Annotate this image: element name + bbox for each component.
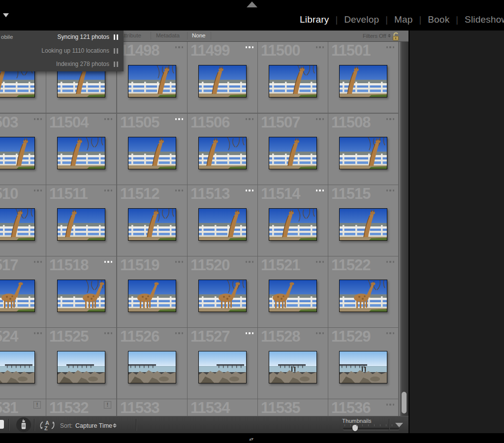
top-panel-reveal-icon[interactable] xyxy=(247,1,257,7)
grid-cell-11524[interactable]: 11524 xyxy=(0,328,47,400)
grid-cell-11529[interactable]: 11529 xyxy=(328,328,399,400)
grid-cell-11505[interactable]: 11505 xyxy=(117,114,188,186)
photo-index-number: 11514 xyxy=(261,185,300,203)
photo-thumbnail[interactable] xyxy=(339,65,387,97)
grid-cell-11513[interactable]: 11513 xyxy=(188,185,258,257)
grid-scrollbar[interactable] xyxy=(400,41,409,416)
photo-thumbnail[interactable] xyxy=(0,137,35,169)
grid-cell-11517[interactable]: 11517 xyxy=(0,256,47,328)
photo-thumbnail[interactable] xyxy=(269,280,317,312)
grid-cell-11499[interactable]: 11499 xyxy=(188,42,258,114)
grid-cell-11511[interactable]: 11511 xyxy=(46,185,117,257)
module-tab-map[interactable]: Map xyxy=(388,14,419,25)
toolbar-options-chevron-icon[interactable] xyxy=(395,423,403,427)
slider-track[interactable] xyxy=(343,428,399,430)
filter-lock-icon[interactable] xyxy=(392,32,400,41)
photo-thumbnail[interactable] xyxy=(339,280,387,312)
grid-cell-11501[interactable]: 11501 xyxy=(328,42,399,114)
bottom-panel-reveal-icon[interactable]: ▴▾ xyxy=(249,436,253,442)
module-tab-library[interactable]: Library xyxy=(293,14,335,25)
photo-thumbnail[interactable] xyxy=(198,208,247,241)
sort-updown-icon[interactable] xyxy=(113,422,117,429)
thumbnails-size-slider[interactable] xyxy=(343,424,399,432)
grid-cell-11519[interactable]: 11519 xyxy=(117,256,188,328)
grid-cell-11515[interactable]: 11515 xyxy=(328,185,399,257)
cell-status-dots-icon xyxy=(246,46,254,48)
grid-cell-11525[interactable]: 11525 xyxy=(46,328,117,400)
filter-item-metadata[interactable]: Metadata xyxy=(156,32,180,38)
cell-status-dots-icon xyxy=(246,190,254,191)
photo-thumbnail[interactable] xyxy=(339,208,387,241)
grid-cell-11527[interactable]: 11527 xyxy=(188,328,258,400)
module-tab-book[interactable]: Book xyxy=(421,14,456,25)
photo-thumbnail[interactable] xyxy=(198,65,247,97)
grid-cell-11526[interactable]: 11526 xyxy=(117,328,188,400)
grid-cell-11507[interactable]: 11507 xyxy=(258,114,329,186)
pause-icon[interactable] xyxy=(113,48,119,54)
photo-thumbnail[interactable] xyxy=(128,137,176,169)
photo-index-number: 11522 xyxy=(331,256,371,274)
photo-thumbnail[interactable] xyxy=(269,137,317,169)
slider-tick xyxy=(392,424,392,426)
grid-cell-11536[interactable]: 11536 xyxy=(328,399,399,416)
photo-thumbnail[interactable] xyxy=(128,351,176,383)
photo-thumbnail[interactable] xyxy=(57,208,105,241)
slider-knob[interactable] xyxy=(352,425,358,431)
photo-thumbnail[interactable] xyxy=(128,280,176,312)
grid-cell-11510[interactable]: 11510 xyxy=(0,185,47,257)
grid-cell-11518[interactable]: 11518 xyxy=(46,256,117,328)
grid-cell-11514[interactable]: 11514 xyxy=(258,185,329,257)
grid-cell-11532[interactable]: 11532! xyxy=(46,399,117,416)
grid-cell-11520[interactable]: 11520 xyxy=(188,256,258,328)
photo-thumbnail[interactable] xyxy=(57,351,105,383)
grid-cell-11522[interactable]: 11522 xyxy=(328,256,399,328)
grid-cell-11508[interactable]: 11508 xyxy=(328,114,399,186)
photo-thumbnail[interactable] xyxy=(339,137,387,169)
view-mode-icon[interactable] xyxy=(0,420,4,429)
grid-scrollbar-thumb[interactable] xyxy=(402,392,407,413)
photo-thumbnail[interactable] xyxy=(339,351,387,383)
grid-cell-11528[interactable]: 11528 xyxy=(258,328,329,400)
module-tab-slideshow[interactable]: Slideshow xyxy=(458,14,504,25)
metadata-alert-badge[interactable]: ! xyxy=(104,401,111,409)
photo-thumbnail[interactable] xyxy=(57,137,105,169)
pause-icon[interactable] xyxy=(113,34,119,40)
photo-thumbnail[interactable] xyxy=(128,208,176,241)
photo-index-number: 11507 xyxy=(261,114,300,131)
photo-thumbnail[interactable] xyxy=(198,137,247,169)
photo-thumbnail[interactable] xyxy=(198,351,247,383)
sort-value-dropdown[interactable]: Capture Time xyxy=(75,422,112,429)
grid-cell-11506[interactable]: 11506 xyxy=(188,114,258,186)
grid-cell-11535[interactable]: 11535 xyxy=(258,399,329,416)
sync-activity-label: Syncing 121 photos xyxy=(58,33,109,40)
slider-tick xyxy=(350,424,351,426)
filter-item-none[interactable]: None xyxy=(192,32,206,38)
filters-off-dropdown[interactable]: Filters Off xyxy=(363,33,386,39)
photo-thumbnail[interactable] xyxy=(0,280,35,312)
painter-spray-can-icon[interactable] xyxy=(16,417,31,432)
photo-thumbnail[interactable] xyxy=(0,208,35,241)
photo-thumbnail[interactable] xyxy=(269,65,317,97)
module-tab-develop[interactable]: Develop xyxy=(338,14,385,25)
grid-cell-11521[interactable]: 11521 xyxy=(258,256,329,328)
pause-icon[interactable] xyxy=(113,62,119,67)
photo-thumbnail[interactable] xyxy=(269,208,317,241)
photo-thumbnail[interactable] xyxy=(198,280,247,312)
grid-cell-11534[interactable]: 11534 xyxy=(188,399,258,416)
grid-cell-11500[interactable]: 11500 xyxy=(258,42,329,114)
grid-cell-11504[interactable]: 11504 xyxy=(46,114,117,186)
identity-plate-dropdown-icon[interactable] xyxy=(3,13,9,17)
cell-status-dots-icon xyxy=(246,118,254,120)
photo-thumbnail[interactable] xyxy=(0,351,35,383)
metadata-alert-badge[interactable]: ! xyxy=(33,401,41,409)
grid-cell-11533[interactable]: 11533 xyxy=(117,399,188,416)
grid-cell-11498[interactable]: 11498 xyxy=(117,42,188,114)
grid-cell-11531[interactable]: 11531! xyxy=(0,399,47,416)
grid-cell-11512[interactable]: 11512 xyxy=(117,185,188,257)
grid-cell-11503[interactable]: 11503 xyxy=(0,114,47,186)
photo-index-number: 11531 xyxy=(0,399,18,416)
photo-thumbnail[interactable] xyxy=(269,351,317,383)
photo-thumbnail[interactable] xyxy=(128,65,176,97)
photo-thumbnail[interactable] xyxy=(57,280,105,312)
sort-direction-icon[interactable]: A Z xyxy=(39,419,56,431)
